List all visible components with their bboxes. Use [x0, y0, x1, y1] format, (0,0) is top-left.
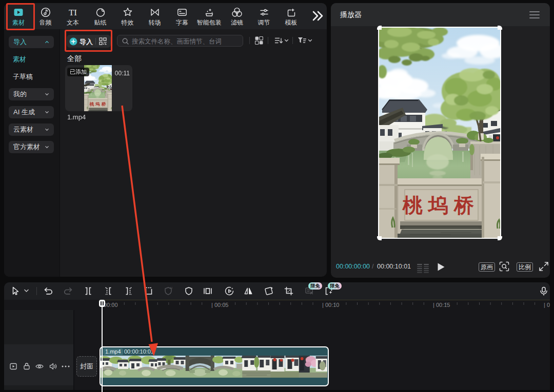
svg-text:AI: AI [170, 286, 173, 290]
svg-text:TI: TI [69, 8, 77, 17]
